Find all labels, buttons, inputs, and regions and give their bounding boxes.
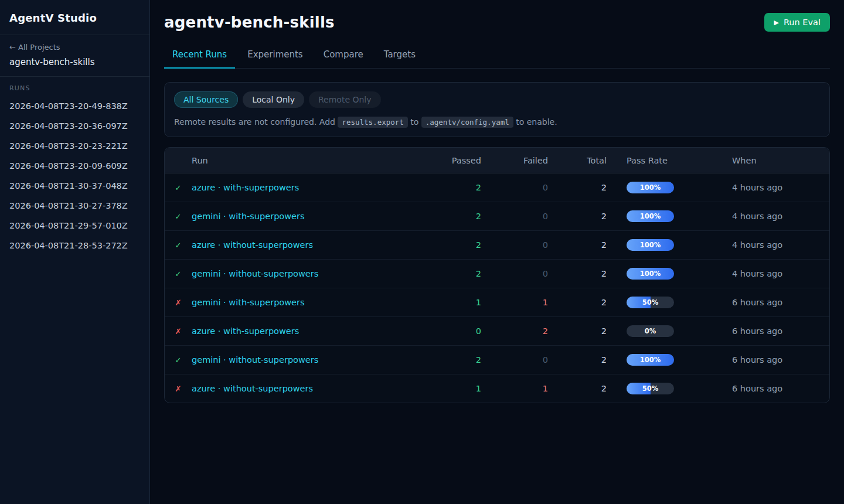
passed-count: 2 — [417, 269, 481, 278]
table-row: ✗gemini · with-superpowers11250%6 hours … — [165, 288, 829, 316]
passed-count: 2 — [417, 355, 481, 365]
total-count: 2 — [548, 183, 607, 192]
sidebar-run-item[interactable]: 2026-04-08T21-30-37-048Z — [9, 176, 140, 196]
row-run-cell: azure · without-superpowers — [192, 384, 417, 393]
row-status-cell: ✗ — [165, 327, 192, 336]
cross-icon: ✗ — [175, 384, 182, 393]
tab-recent-runs[interactable]: Recent Runs — [164, 49, 235, 69]
sidebar-header: AgentV Studio — [0, 0, 149, 35]
when-cell: 4 hours ago — [732, 212, 829, 221]
when-cell: 6 hours ago — [732, 355, 829, 365]
code-config-yaml: .agentv/config.yaml — [421, 117, 513, 128]
pass-rate-label: 50% — [627, 297, 674, 308]
failed-count: 0 — [481, 183, 548, 192]
run-eval-label: Run Eval — [784, 18, 821, 27]
passed-count: 2 — [417, 240, 481, 250]
failed-count: 1 — [481, 384, 548, 393]
check-icon: ✓ — [175, 183, 182, 192]
run-link[interactable]: gemini · with-superpowers — [192, 298, 305, 307]
table-row: ✓gemini · without-superpowers202100%4 ho… — [165, 259, 829, 288]
pass-rate-label: 100% — [627, 354, 674, 366]
pass-rate-pill: 100% — [627, 268, 674, 280]
column-header-failed: Failed — [481, 156, 548, 165]
sidebar-run-item[interactable]: 2026-04-08T21-30-27-378Z — [9, 196, 140, 216]
source-filter-card: All SourcesLocal OnlyRemote Only Remote … — [164, 82, 830, 137]
sidebar-project-section: ← All Projects agentv-bench-skills — [0, 35, 149, 77]
when-cell: 6 hours ago — [732, 298, 829, 307]
row-run-cell: gemini · with-superpowers — [192, 212, 417, 221]
pass-rate-cell: 50% — [607, 383, 732, 394]
pass-rate-label: 0% — [627, 325, 674, 337]
row-run-cell: azure · without-superpowers — [192, 240, 417, 250]
run-link[interactable]: gemini · without-superpowers — [192, 269, 318, 278]
pass-rate-label: 50% — [627, 383, 674, 394]
failed-count: 0 — [481, 240, 548, 250]
tab-compare[interactable]: Compare — [315, 49, 372, 69]
run-link[interactable]: azure · without-superpowers — [192, 240, 313, 250]
pass-rate-cell: 100% — [607, 210, 732, 222]
when-cell: 4 hours ago — [732, 183, 829, 192]
source-filter-chips: All SourcesLocal OnlyRemote Only — [174, 91, 820, 108]
back-to-projects-link[interactable]: ← All Projects — [9, 43, 140, 52]
when-cell: 6 hours ago — [732, 384, 829, 393]
sidebar-run-item[interactable]: 2026-04-08T21-29-57-010Z — [9, 216, 140, 236]
sidebar-runs-section: RUNS 2026-04-08T23-20-49-838Z2026-04-08T… — [0, 77, 149, 263]
sidebar-run-item[interactable]: 2026-04-08T23-20-49-838Z — [9, 96, 140, 116]
pass-rate-cell: 50% — [607, 297, 732, 308]
run-link[interactable]: azure · without-superpowers — [192, 384, 313, 393]
sidebar-run-item[interactable]: 2026-04-08T23-20-23-221Z — [9, 136, 140, 156]
run-link[interactable]: azure · with-superpowers — [192, 326, 299, 336]
table-header-row: Run Passed Failed Total Pass Rate When — [165, 148, 829, 173]
run-eval-button[interactable]: ▶ Run Eval — [764, 13, 830, 32]
pass-rate-cell: 100% — [607, 268, 732, 280]
runs-table-body: ✓azure · with-superpowers202100%4 hours … — [165, 173, 829, 403]
failed-count: 0 — [481, 212, 548, 221]
row-status-cell: ✓ — [165, 212, 192, 221]
total-count: 2 — [548, 355, 607, 365]
note-text-prefix: Remote results are not configured. Add — [174, 117, 335, 127]
run-link[interactable]: gemini · without-superpowers — [192, 355, 318, 365]
chip-all-sources[interactable]: All Sources — [174, 91, 238, 108]
column-header-pass-rate: Pass Rate — [607, 156, 732, 165]
pass-rate-pill: 100% — [627, 239, 674, 251]
total-count: 2 — [548, 212, 607, 221]
run-link[interactable]: azure · with-superpowers — [192, 183, 299, 192]
remote-config-note: Remote results are not configured. Add r… — [174, 117, 820, 127]
column-header-when: When — [732, 156, 829, 165]
app-root: AgentV Studio ← All Projects agentv-benc… — [0, 0, 844, 504]
total-count: 2 — [548, 240, 607, 250]
row-run-cell: gemini · with-superpowers — [192, 298, 417, 307]
sidebar-runs-list: 2026-04-08T23-20-49-838Z2026-04-08T23-20… — [9, 96, 140, 256]
row-status-cell: ✓ — [165, 356, 192, 365]
table-row: ✓azure · without-superpowers202100%4 hou… — [165, 230, 829, 259]
row-status-cell: ✓ — [165, 183, 192, 192]
pass-rate-pill: 100% — [627, 354, 674, 366]
check-icon: ✓ — [175, 356, 182, 365]
tab-experiments[interactable]: Experiments — [239, 49, 311, 69]
run-link[interactable]: gemini · with-superpowers — [192, 212, 305, 221]
main-content: agentv-bench-skills ▶ Run Eval Recent Ru… — [150, 0, 844, 504]
chip-local-only[interactable]: Local Only — [243, 91, 304, 108]
table-row: ✓gemini · with-superpowers202100%4 hours… — [165, 202, 829, 230]
sidebar-run-item[interactable]: 2026-04-08T23-20-36-097Z — [9, 116, 140, 136]
pass-rate-pill: 100% — [627, 210, 674, 222]
sidebar-run-item[interactable]: 2026-04-08T23-20-09-609Z — [9, 156, 140, 176]
note-text-middle: to — [410, 117, 418, 127]
row-run-cell: gemini · without-superpowers — [192, 269, 417, 278]
when-cell: 4 hours ago — [732, 240, 829, 250]
pass-rate-label: 100% — [627, 210, 674, 222]
pass-rate-cell: 0% — [607, 325, 732, 337]
row-run-cell: gemini · without-superpowers — [192, 355, 417, 365]
tab-targets[interactable]: Targets — [376, 49, 424, 69]
code-results-export: results.export — [338, 117, 407, 128]
row-status-cell: ✗ — [165, 298, 192, 307]
pass-rate-label: 100% — [627, 182, 674, 193]
sidebar-run-item[interactable]: 2026-04-08T21-28-53-272Z — [9, 236, 140, 256]
failed-count: 0 — [481, 355, 548, 365]
chip-remote-only: Remote Only — [309, 91, 381, 108]
column-header-passed: Passed — [417, 156, 481, 165]
note-text-suffix: to enable. — [516, 117, 557, 127]
check-icon: ✓ — [175, 212, 182, 221]
pass-rate-pill: 50% — [627, 297, 674, 308]
page-title: agentv-bench-skills — [164, 13, 335, 31]
